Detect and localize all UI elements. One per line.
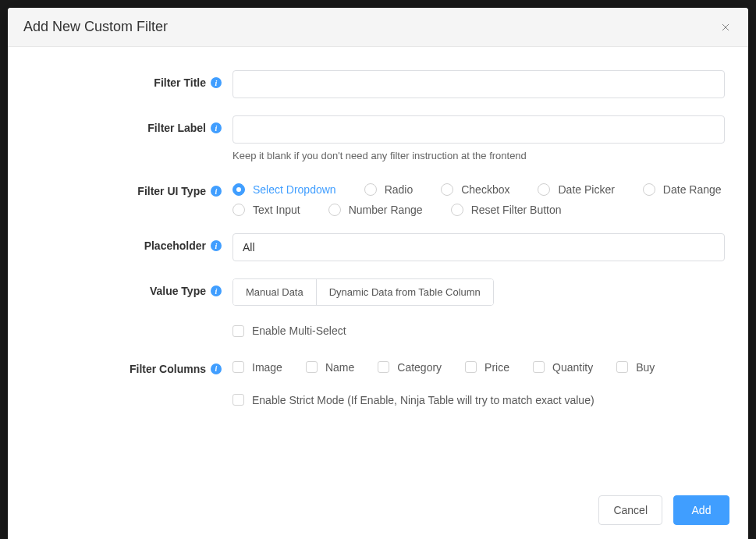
checkbox-icon xyxy=(378,361,389,373)
label-text: Filter Label xyxy=(147,122,206,134)
checkbox-label: Buy xyxy=(636,361,655,374)
modal-body: Filter Title i Filter Label i Keep it bl… xyxy=(8,47,748,484)
info-icon[interactable]: i xyxy=(211,77,222,88)
info-icon[interactable]: i xyxy=(211,285,222,296)
ui-type-reset_button[interactable]: Reset Filter Button xyxy=(451,204,562,216)
filter-label-hint: Keep it blank if you don't need any filt… xyxy=(232,150,725,161)
filter-title-input[interactable] xyxy=(232,70,725,98)
label-placeholder: Placeholder i xyxy=(31,233,232,252)
value-type-manual[interactable]: Manual Data xyxy=(233,279,316,305)
label-text: Filter UI Type xyxy=(137,185,206,197)
label-text: Placeholder xyxy=(144,239,206,252)
row-filter-ui-type: Filter UI Type i Select DropdownRadioChe… xyxy=(31,179,725,216)
label-value-type: Value Type i xyxy=(31,278,232,297)
checkbox-label: Name xyxy=(325,361,354,374)
multi-select-checkbox[interactable]: Enable Multi-Select xyxy=(232,324,346,337)
label-text: Value Type xyxy=(150,285,206,297)
row-multi-select: Enable Multi-Select xyxy=(31,323,725,339)
label-text: Filter Columns xyxy=(130,363,206,375)
label-filter-columns: Filter Columns i xyxy=(31,356,232,375)
row-value-type: Value Type i Manual DataDynamic Data fro… xyxy=(31,278,725,306)
checkbox-icon xyxy=(232,361,244,373)
info-icon[interactable]: i xyxy=(211,363,222,374)
ui-type-number_range[interactable]: Number Range xyxy=(328,204,423,216)
radio-icon xyxy=(441,183,453,196)
close-button[interactable] xyxy=(719,20,733,34)
strict-mode-checkbox[interactable]: Enable Strict Mode (If Enable, Ninja Tab… xyxy=(232,394,595,406)
radio-label: Date Range xyxy=(663,183,722,196)
placeholder-input[interactable] xyxy=(232,233,725,261)
filter-columns-group: ImageNameCategoryPriceQuantityBuy xyxy=(232,356,725,374)
filter-column-quantity[interactable]: Quantity xyxy=(533,361,593,374)
ui-type-radio-group: Select DropdownRadioCheckboxDate PickerD… xyxy=(232,179,725,216)
row-filter-label: Filter Label i Keep it blank if you don'… xyxy=(31,115,725,161)
filter-column-name[interactable]: Name xyxy=(306,361,354,374)
info-icon[interactable]: i xyxy=(211,240,222,251)
filter-column-buy[interactable]: Buy xyxy=(616,361,655,374)
filter-label-input[interactable] xyxy=(232,115,725,144)
radio-icon xyxy=(232,183,245,196)
radio-icon xyxy=(538,183,550,196)
checkbox-icon xyxy=(306,361,318,373)
filter-column-price[interactable]: Price xyxy=(465,361,509,374)
close-icon xyxy=(720,22,731,33)
radio-icon xyxy=(451,204,463,216)
filter-column-category[interactable]: Category xyxy=(378,361,442,374)
checkbox-label: Quantity xyxy=(552,361,593,374)
label-filter-title: Filter Title i xyxy=(31,70,232,89)
row-filter-title: Filter Title i xyxy=(31,70,725,98)
radio-label: Radio xyxy=(385,183,413,196)
label-filter-ui-type: Filter UI Type i xyxy=(31,179,232,197)
row-placeholder: Placeholder i xyxy=(31,233,725,261)
radio-label: Checkbox xyxy=(461,183,509,196)
modal-footer: Cancel Add xyxy=(8,484,748,539)
checkbox-icon xyxy=(232,394,244,406)
checkbox-icon xyxy=(533,361,545,373)
info-icon[interactable]: i xyxy=(211,186,222,197)
checkbox-label: Enable Strict Mode (If Enable, Ninja Tab… xyxy=(252,394,595,406)
modal-header: Add New Custom Filter xyxy=(8,8,748,47)
checkbox-label: Price xyxy=(484,361,509,374)
add-custom-filter-modal: Add New Custom Filter Filter Title i Fil… xyxy=(8,8,748,539)
filter-column-image[interactable]: Image xyxy=(232,361,282,374)
radio-label: Reset Filter Button xyxy=(471,204,562,216)
ui-type-date_picker[interactable]: Date Picker xyxy=(538,183,614,196)
radio-icon xyxy=(328,204,341,216)
info-icon[interactable]: i xyxy=(211,122,222,133)
checkbox-label: Image xyxy=(252,361,282,374)
ui-type-select_dropdown[interactable]: Select Dropdown xyxy=(232,183,336,196)
ui-type-radio[interactable]: Radio xyxy=(364,183,413,196)
cancel-button[interactable]: Cancel xyxy=(598,495,662,525)
modal-title: Add New Custom Filter xyxy=(23,19,168,35)
checkbox-icon xyxy=(465,361,477,373)
ui-type-text_input[interactable]: Text Input xyxy=(232,204,300,216)
radio-icon xyxy=(232,204,245,216)
value-type-button-group: Manual DataDynamic Data from Table Colum… xyxy=(232,278,494,306)
checkbox-icon xyxy=(232,325,244,337)
row-filter-columns: Filter Columns i ImageNameCategoryPriceQ… xyxy=(31,356,725,375)
row-strict-mode: Enable Strict Mode (If Enable, Ninja Tab… xyxy=(31,392,725,409)
value-type-dynamic[interactable]: Dynamic Data from Table Column xyxy=(316,279,493,305)
radio-icon xyxy=(643,183,655,196)
label-filter-label: Filter Label i xyxy=(31,115,232,134)
radio-label: Select Dropdown xyxy=(253,183,336,196)
add-button[interactable]: Add xyxy=(673,495,729,525)
label-text: Filter Title xyxy=(154,76,206,89)
radio-icon xyxy=(364,183,377,196)
radio-label: Text Input xyxy=(253,204,300,216)
checkbox-label: Category xyxy=(397,361,442,374)
checkbox-icon xyxy=(616,361,628,373)
radio-label: Number Range xyxy=(349,204,423,216)
radio-label: Date Picker xyxy=(558,183,614,196)
ui-type-date_range[interactable]: Date Range xyxy=(643,183,722,196)
checkbox-label: Enable Multi-Select xyxy=(252,324,346,337)
ui-type-checkbox[interactable]: Checkbox xyxy=(441,183,509,196)
